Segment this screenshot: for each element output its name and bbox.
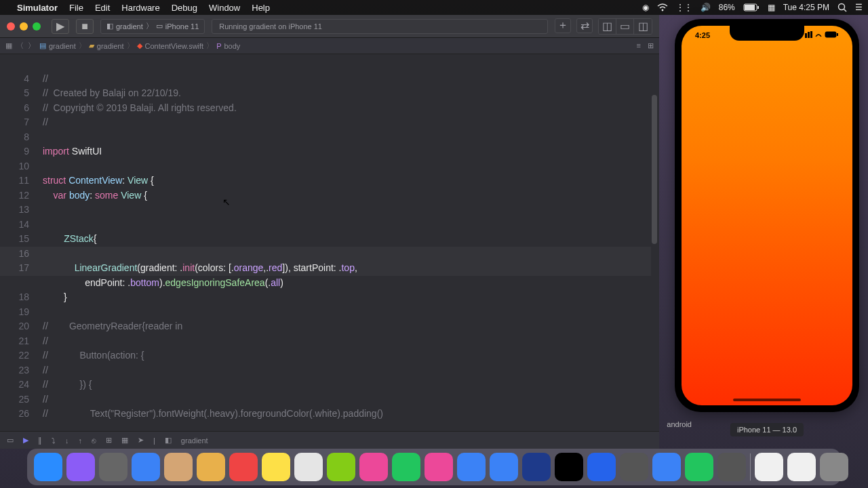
menu-window[interactable]: Window [209,3,240,13]
battery-icon[interactable] [743,3,760,12]
svg-point-0 [661,9,663,12]
dock-app-12[interactable] [425,453,453,481]
dock-app-8[interactable] [294,453,323,481]
simulator-screen[interactable]: 4:25 [682,26,852,405]
calendar-menu-icon[interactable]: ▦ [768,3,775,12]
debug-location-icon[interactable]: ➤ [138,436,144,445]
dock-app-7[interactable] [262,453,290,481]
add-editor-icon[interactable]: ⊞ [648,41,654,50]
dock-app-0[interactable] [34,453,62,481]
scheme-selector[interactable]: ◧ gradient 〉 ▭ iPhone 11 [100,19,205,34]
debug-memory-icon[interactable]: ⊞ [106,436,112,445]
debug-ui-icon[interactable]: ▦ [121,436,128,445]
property-icon: P [216,42,221,50]
add-editor-button[interactable]: ＋ [555,18,571,33]
crumb-file[interactable]: ContentView.swift [145,42,204,50]
line-gutter: 4567891011121314151617181920212223242526 [0,54,37,431]
svg-rect-8 [810,31,812,38]
spotlight-icon[interactable] [837,3,847,12]
crumb-project[interactable]: gradient [49,42,76,50]
menu-help[interactable]: Help [252,3,270,13]
zoom-icon[interactable] [33,22,41,30]
step-in-icon[interactable]: ↓ [65,436,69,445]
related-items-icon[interactable]: ▦ [5,41,12,50]
dock-app-3[interactable] [132,453,160,481]
window-controls[interactable] [7,22,41,30]
dock-app-15[interactable] [522,453,551,481]
status-text: Running gradient on iPhone 11 [219,22,322,30]
svg-rect-9 [825,32,836,37]
jump-bar[interactable]: ▦ 〈 〉 ▤ gradient 〉 ▰ gradient 〉 ◆ Conten… [0,38,659,54]
crumb-folder[interactable]: gradient [97,42,124,50]
toggle-navigator-button[interactable]: ◫ [599,19,616,34]
home-indicator[interactable] [733,399,801,401]
simulator-window[interactable]: 4:25 iPhone 11 — 13.0 [670,19,864,445]
dock-app-21[interactable] [717,453,746,481]
record-icon[interactable]: ◉ [642,3,649,12]
svg-line-5 [844,9,847,12]
menu-clock[interactable]: Tue 4:25 PM [783,3,829,12]
breadcrumb[interactable]: ▤ gradient 〉 ▰ gradient 〉 ◆ ContentView.… [39,41,240,51]
crumb-symbol[interactable]: body [224,42,241,50]
dock-app-14[interactable] [490,453,518,481]
dock-app-16[interactable] [555,453,583,481]
dock-divider [750,453,751,481]
menu-file[interactable]: File [69,3,83,13]
toggle-breakpoints-icon[interactable]: ▭ [7,436,14,445]
dock-stack-0[interactable] [755,453,783,481]
volume-icon[interactable]: 🔊 [701,3,711,12]
code-area[interactable]: //// Created by Balaji on 22/10/19.// Co… [37,54,659,431]
scheme-app-label: gradient [116,22,143,30]
code-review-button[interactable]: ⇄ [576,18,593,33]
dock-app-20[interactable] [685,453,713,481]
vertical-scrollbar[interactable] [652,95,657,244]
dock-stack-2[interactable] [820,453,848,481]
debug-target-label: gradient [181,436,208,445]
menu-hardware[interactable]: Hardware [121,3,159,13]
menu-debug[interactable]: Debug [172,3,197,13]
dock-app-13[interactable] [457,453,486,481]
back-button[interactable]: 〈 [16,41,24,51]
forward-button[interactable]: 〉 [28,41,35,51]
menu-edit[interactable]: Edit [95,3,110,13]
dock-app-19[interactable] [652,453,681,481]
app-menu[interactable]: Simulator [17,3,58,13]
device-icon: ▭ [156,22,163,30]
stop-button[interactable]: ■ [76,19,94,34]
project-icon: ▤ [39,41,46,50]
dock-app-9[interactable] [327,453,355,481]
step-out-icon[interactable]: ↑ [79,436,83,445]
dock-app-5[interactable] [197,453,225,481]
dock-app-1[interactable] [66,453,95,481]
control-center-icon[interactable]: ☰ [855,3,863,12]
code-editor[interactable]: 4567891011121314151617181920212223242526… [0,54,659,431]
step-over-icon[interactable]: ⤵ [52,436,56,445]
continue-icon[interactable]: ▶ [23,436,28,445]
dock-app-11[interactable] [392,453,420,481]
dock-app-10[interactable] [359,453,388,481]
wifi-icon[interactable] [657,3,668,12]
minimize-icon[interactable] [20,22,28,30]
scheme-device-label: iPhone 11 [165,22,199,30]
sim-time: 4:25 [695,31,710,39]
target-icon: ◧ [165,436,172,445]
toggle-inspector-button[interactable]: ◫ [634,19,652,34]
dock-app-2[interactable] [99,453,127,481]
dock[interactable] [27,449,841,485]
dock-app-4[interactable] [164,453,193,481]
toggle-debug-button[interactable]: ▭ [616,19,634,34]
dock-app-18[interactable] [620,453,648,481]
pause-icon[interactable]: ‖ [38,436,42,445]
dock-app-6[interactable] [229,453,258,481]
simulator-device-label: iPhone 11 — 13.0 [730,423,804,436]
swift-file-icon: ◆ [137,41,142,50]
debug-view-icon[interactable]: ⎋ [92,436,96,445]
svg-point-4 [839,4,845,10]
dock-stack-1[interactable] [787,453,816,481]
dock-app-17[interactable] [587,453,616,481]
editor-options-icon[interactable]: ≡ [637,41,641,50]
close-icon[interactable] [7,22,15,30]
svg-rect-2 [745,5,755,10]
sim-status-icons [805,31,839,39]
run-button[interactable]: ▶ [52,19,69,34]
